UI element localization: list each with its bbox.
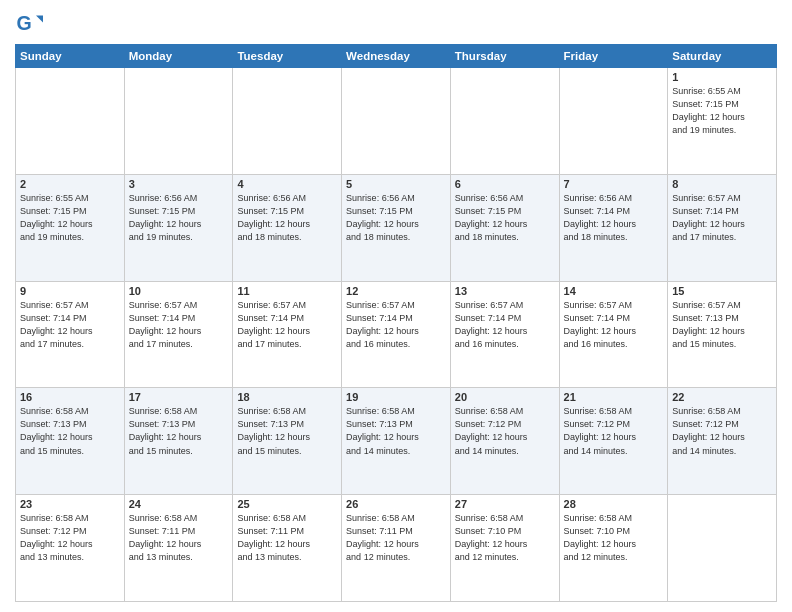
day-number: 22 <box>672 391 772 403</box>
day-header-saturday: Saturday <box>668 45 777 68</box>
day-number: 2 <box>20 178 120 190</box>
calendar-cell <box>450 68 559 175</box>
day-info: Sunrise: 6:58 AM Sunset: 7:12 PM Dayligh… <box>564 405 664 457</box>
day-number: 8 <box>672 178 772 190</box>
day-header-wednesday: Wednesday <box>342 45 451 68</box>
calendar-cell <box>559 68 668 175</box>
calendar-cell: 14Sunrise: 6:57 AM Sunset: 7:14 PM Dayli… <box>559 281 668 388</box>
calendar-cell: 16Sunrise: 6:58 AM Sunset: 7:13 PM Dayli… <box>16 388 125 495</box>
day-number: 28 <box>564 498 664 510</box>
day-number: 27 <box>455 498 555 510</box>
calendar-cell <box>668 495 777 602</box>
calendar-week-row: 2Sunrise: 6:55 AM Sunset: 7:15 PM Daylig… <box>16 174 777 281</box>
day-number: 3 <box>129 178 229 190</box>
calendar-cell: 18Sunrise: 6:58 AM Sunset: 7:13 PM Dayli… <box>233 388 342 495</box>
calendar-cell: 25Sunrise: 6:58 AM Sunset: 7:11 PM Dayli… <box>233 495 342 602</box>
calendar-cell: 5Sunrise: 6:56 AM Sunset: 7:15 PM Daylig… <box>342 174 451 281</box>
day-number: 25 <box>237 498 337 510</box>
day-info: Sunrise: 6:57 AM Sunset: 7:14 PM Dayligh… <box>346 299 446 351</box>
day-info: Sunrise: 6:56 AM Sunset: 7:15 PM Dayligh… <box>129 192 229 244</box>
day-info: Sunrise: 6:58 AM Sunset: 7:10 PM Dayligh… <box>455 512 555 564</box>
calendar-cell <box>16 68 125 175</box>
calendar-cell: 15Sunrise: 6:57 AM Sunset: 7:13 PM Dayli… <box>668 281 777 388</box>
day-number: 12 <box>346 285 446 297</box>
day-info: Sunrise: 6:56 AM Sunset: 7:15 PM Dayligh… <box>237 192 337 244</box>
day-header-thursday: Thursday <box>450 45 559 68</box>
day-number: 5 <box>346 178 446 190</box>
calendar-cell: 9Sunrise: 6:57 AM Sunset: 7:14 PM Daylig… <box>16 281 125 388</box>
day-header-tuesday: Tuesday <box>233 45 342 68</box>
day-number: 11 <box>237 285 337 297</box>
calendar-cell: 26Sunrise: 6:58 AM Sunset: 7:11 PM Dayli… <box>342 495 451 602</box>
day-info: Sunrise: 6:58 AM Sunset: 7:13 PM Dayligh… <box>346 405 446 457</box>
day-header-monday: Monday <box>124 45 233 68</box>
day-info: Sunrise: 6:56 AM Sunset: 7:14 PM Dayligh… <box>564 192 664 244</box>
day-info: Sunrise: 6:57 AM Sunset: 7:14 PM Dayligh… <box>20 299 120 351</box>
calendar-cell: 19Sunrise: 6:58 AM Sunset: 7:13 PM Dayli… <box>342 388 451 495</box>
day-number: 6 <box>455 178 555 190</box>
day-number: 21 <box>564 391 664 403</box>
day-number: 23 <box>20 498 120 510</box>
calendar-cell <box>124 68 233 175</box>
calendar-cell: 8Sunrise: 6:57 AM Sunset: 7:14 PM Daylig… <box>668 174 777 281</box>
calendar-week-row: 9Sunrise: 6:57 AM Sunset: 7:14 PM Daylig… <box>16 281 777 388</box>
day-header-sunday: Sunday <box>16 45 125 68</box>
calendar-cell: 20Sunrise: 6:58 AM Sunset: 7:12 PM Dayli… <box>450 388 559 495</box>
calendar-cell: 1Sunrise: 6:55 AM Sunset: 7:15 PM Daylig… <box>668 68 777 175</box>
calendar-table: SundayMondayTuesdayWednesdayThursdayFrid… <box>15 44 777 602</box>
day-number: 15 <box>672 285 772 297</box>
calendar-week-row: 1Sunrise: 6:55 AM Sunset: 7:15 PM Daylig… <box>16 68 777 175</box>
day-info: Sunrise: 6:58 AM Sunset: 7:11 PM Dayligh… <box>346 512 446 564</box>
day-number: 10 <box>129 285 229 297</box>
calendar-week-row: 23Sunrise: 6:58 AM Sunset: 7:12 PM Dayli… <box>16 495 777 602</box>
day-number: 14 <box>564 285 664 297</box>
calendar-cell: 13Sunrise: 6:57 AM Sunset: 7:14 PM Dayli… <box>450 281 559 388</box>
day-number: 19 <box>346 391 446 403</box>
calendar-cell: 24Sunrise: 6:58 AM Sunset: 7:11 PM Dayli… <box>124 495 233 602</box>
calendar-cell: 22Sunrise: 6:58 AM Sunset: 7:12 PM Dayli… <box>668 388 777 495</box>
day-info: Sunrise: 6:56 AM Sunset: 7:15 PM Dayligh… <box>346 192 446 244</box>
calendar-cell: 3Sunrise: 6:56 AM Sunset: 7:15 PM Daylig… <box>124 174 233 281</box>
calendar-cell: 12Sunrise: 6:57 AM Sunset: 7:14 PM Dayli… <box>342 281 451 388</box>
day-info: Sunrise: 6:58 AM Sunset: 7:13 PM Dayligh… <box>20 405 120 457</box>
day-number: 4 <box>237 178 337 190</box>
day-info: Sunrise: 6:58 AM Sunset: 7:13 PM Dayligh… <box>129 405 229 457</box>
calendar-cell: 11Sunrise: 6:57 AM Sunset: 7:14 PM Dayli… <box>233 281 342 388</box>
day-info: Sunrise: 6:57 AM Sunset: 7:14 PM Dayligh… <box>129 299 229 351</box>
day-info: Sunrise: 6:55 AM Sunset: 7:15 PM Dayligh… <box>20 192 120 244</box>
logo-icon: G <box>15 10 43 38</box>
day-number: 1 <box>672 71 772 83</box>
logo: G <box>15 10 45 38</box>
day-info: Sunrise: 6:57 AM Sunset: 7:14 PM Dayligh… <box>672 192 772 244</box>
page: G SundayMondayTuesdayWednesdayThursdayFr… <box>0 0 792 612</box>
calendar-cell: 21Sunrise: 6:58 AM Sunset: 7:12 PM Dayli… <box>559 388 668 495</box>
day-info: Sunrise: 6:58 AM Sunset: 7:12 PM Dayligh… <box>455 405 555 457</box>
calendar-cell: 4Sunrise: 6:56 AM Sunset: 7:15 PM Daylig… <box>233 174 342 281</box>
calendar-week-row: 16Sunrise: 6:58 AM Sunset: 7:13 PM Dayli… <box>16 388 777 495</box>
day-number: 26 <box>346 498 446 510</box>
header: G <box>15 10 777 38</box>
day-info: Sunrise: 6:57 AM Sunset: 7:14 PM Dayligh… <box>455 299 555 351</box>
calendar-cell <box>342 68 451 175</box>
day-info: Sunrise: 6:55 AM Sunset: 7:15 PM Dayligh… <box>672 85 772 137</box>
calendar-cell: 27Sunrise: 6:58 AM Sunset: 7:10 PM Dayli… <box>450 495 559 602</box>
day-info: Sunrise: 6:58 AM Sunset: 7:11 PM Dayligh… <box>129 512 229 564</box>
day-number: 13 <box>455 285 555 297</box>
calendar-cell: 7Sunrise: 6:56 AM Sunset: 7:14 PM Daylig… <box>559 174 668 281</box>
day-number: 18 <box>237 391 337 403</box>
day-header-friday: Friday <box>559 45 668 68</box>
day-info: Sunrise: 6:58 AM Sunset: 7:11 PM Dayligh… <box>237 512 337 564</box>
day-info: Sunrise: 6:58 AM Sunset: 7:12 PM Dayligh… <box>672 405 772 457</box>
svg-marker-2 <box>36 16 43 23</box>
day-info: Sunrise: 6:57 AM Sunset: 7:14 PM Dayligh… <box>564 299 664 351</box>
day-info: Sunrise: 6:57 AM Sunset: 7:14 PM Dayligh… <box>237 299 337 351</box>
day-number: 17 <box>129 391 229 403</box>
calendar-cell: 6Sunrise: 6:56 AM Sunset: 7:15 PM Daylig… <box>450 174 559 281</box>
day-number: 20 <box>455 391 555 403</box>
calendar-cell <box>233 68 342 175</box>
day-info: Sunrise: 6:56 AM Sunset: 7:15 PM Dayligh… <box>455 192 555 244</box>
calendar-cell: 10Sunrise: 6:57 AM Sunset: 7:14 PM Dayli… <box>124 281 233 388</box>
calendar-header-row: SundayMondayTuesdayWednesdayThursdayFrid… <box>16 45 777 68</box>
day-number: 16 <box>20 391 120 403</box>
day-info: Sunrise: 6:57 AM Sunset: 7:13 PM Dayligh… <box>672 299 772 351</box>
